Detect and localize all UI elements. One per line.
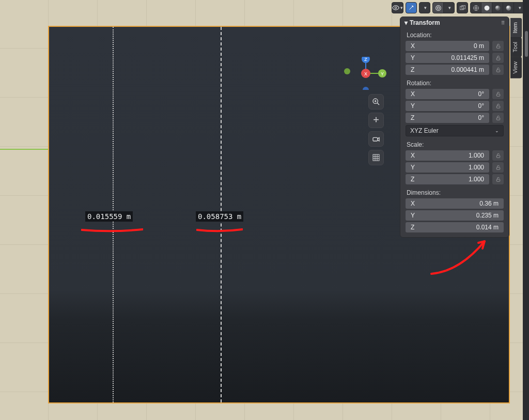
disclosure-triangle-icon: ▾: [404, 19, 408, 26]
zoom-icon[interactable]: [368, 94, 384, 110]
svg-point-15: [363, 87, 369, 90]
xray-toggle[interactable]: [457, 2, 468, 13]
right-gutter: [523, 0, 529, 420]
rotation-z-field[interactable]: Z 0°: [406, 113, 489, 123]
gizmo-x-label: X: [364, 71, 367, 76]
svg-rect-30: [496, 106, 500, 108]
shading-wireframe[interactable]: [470, 2, 481, 13]
svg-rect-33: [496, 167, 500, 169]
panel-header[interactable]: ▾ Transform ⠿: [400, 17, 509, 28]
shading-material[interactable]: [492, 2, 503, 13]
location-y-field[interactable]: Y 0.011425 m: [406, 53, 489, 63]
annotation-underline-2: [196, 225, 243, 229]
rotation-mode-dropdown[interactable]: XYZ Euler ⌄: [406, 125, 504, 136]
svg-point-0: [395, 7, 397, 9]
lock-icon[interactable]: [492, 101, 504, 111]
chevron-down-icon: ⌄: [495, 128, 499, 133]
overlay-options[interactable]: ▾: [443, 2, 455, 13]
viewport-header: ▾ ▾ ▾ ▾: [392, 2, 525, 13]
svg-line-17: [377, 103, 379, 105]
perspective-icon[interactable]: [368, 150, 384, 165]
dimensions-x-field[interactable]: X 0.36 m: [406, 198, 504, 209]
tab-view[interactable]: View: [510, 57, 522, 79]
rotation-x-field[interactable]: X 0°: [406, 89, 489, 99]
lock-icon[interactable]: [492, 53, 504, 63]
location-x-field[interactable]: X 0 m: [406, 41, 489, 51]
scrollbar-thumb[interactable]: [525, 31, 528, 57]
svg-rect-31: [496, 118, 500, 120]
navigation-gizmo[interactable]: Z X Y: [355, 57, 388, 90]
svg-point-7: [495, 5, 500, 10]
svg-rect-32: [496, 155, 500, 158]
svg-point-1: [435, 5, 441, 10]
scale-x-field[interactable]: X 1.000: [406, 150, 489, 161]
svg-rect-27: [496, 58, 500, 60]
gizmo-y-label: Y: [381, 71, 384, 76]
rotation-label: Rotation:: [400, 76, 509, 89]
svg-point-8: [506, 5, 511, 10]
dimensions-label: Dimensions:: [400, 186, 509, 198]
overlay-toggle[interactable]: [432, 2, 444, 13]
location-z-field[interactable]: Z 0.000441 m: [406, 65, 489, 75]
gizmo-options[interactable]: ▾: [419, 2, 430, 13]
dimensions-y-field[interactable]: Y 0.235 m: [406, 210, 504, 221]
lock-icon[interactable]: [492, 65, 504, 75]
lock-icon[interactable]: [492, 174, 504, 184]
shading-mode-group: ▾: [470, 2, 525, 13]
camera-icon[interactable]: [368, 131, 384, 147]
scale-y-field[interactable]: Y 1.000: [406, 162, 489, 173]
svg-point-6: [484, 5, 489, 10]
dimensions-z-field[interactable]: Z 0.014 m: [406, 222, 504, 232]
gizmo-z-label: Z: [364, 57, 367, 62]
location-label: Location:: [400, 28, 509, 41]
lock-icon[interactable]: [492, 162, 504, 173]
svg-rect-21: [373, 154, 379, 161]
svg-rect-26: [496, 46, 500, 48]
axis-line: [0, 149, 49, 150]
pan-icon[interactable]: [368, 113, 384, 128]
gizmo-toggle[interactable]: [406, 2, 417, 13]
svg-rect-28: [496, 70, 500, 72]
annotation-underline-1: [81, 225, 143, 229]
shading-solid[interactable]: [481, 2, 492, 13]
lock-icon[interactable]: [492, 150, 504, 161]
rotation-y-field[interactable]: Y 0°: [406, 101, 489, 111]
scale-z-field[interactable]: Z 1.000: [406, 174, 489, 184]
svg-rect-20: [373, 137, 378, 141]
svg-rect-34: [496, 179, 500, 181]
shading-rendered[interactable]: [503, 2, 514, 13]
svg-rect-29: [496, 94, 500, 96]
measurement-label-1: 0.015559 m: [85, 211, 133, 222]
lock-icon[interactable]: [492, 113, 504, 123]
lock-icon[interactable]: [492, 89, 504, 99]
lock-icon[interactable]: [492, 41, 504, 51]
tab-tool[interactable]: Tool: [510, 37, 522, 57]
viewport-side-controls: [368, 94, 384, 165]
transform-panel: ▾ Transform ⠿ Location: X 0 m Y 0.011425…: [400, 17, 509, 238]
tab-item[interactable]: Item: [510, 18, 522, 38]
gizmo-neg-y[interactable]: [344, 68, 350, 74]
panel-title: Transform: [410, 19, 440, 26]
drag-handle-icon[interactable]: ⠿: [501, 20, 506, 26]
measurement-label-2: 0.058753 m: [196, 211, 243, 222]
visibility-dropdown[interactable]: ▾: [392, 2, 403, 13]
npanel-tabs: Item Tool View: [510, 18, 522, 77]
svg-point-2: [437, 7, 439, 9]
scale-label: Scale:: [400, 138, 509, 150]
